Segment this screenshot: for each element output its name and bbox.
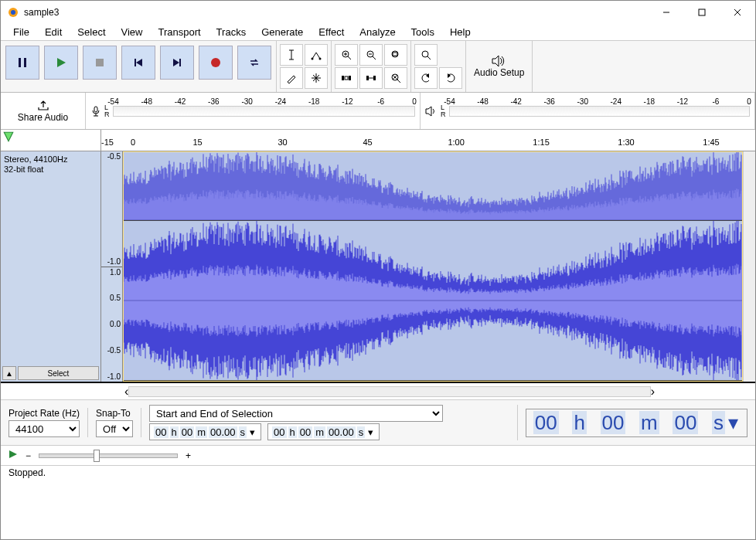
playback-speed-slider[interactable] — [39, 453, 178, 458]
record-button[interactable] — [199, 46, 233, 80]
maximize-button[interactable] — [684, 1, 720, 24]
menu-file[interactable]: File — [5, 25, 37, 39]
share-icon — [37, 100, 49, 110]
multi-tool[interactable] — [305, 67, 328, 89]
horizontal-scrollbar-row: ‹ › — [1, 383, 755, 400]
silence-button[interactable] — [359, 67, 383, 89]
zoom-toggle-button[interactable] — [414, 44, 438, 66]
menu-generate[interactable]: Generate — [254, 25, 311, 39]
stop-button[interactable] — [83, 46, 117, 80]
menu-tools[interactable]: Tools — [404, 25, 442, 39]
speaker-icon — [492, 55, 507, 67]
play-at-speed-button[interactable] — [9, 450, 18, 461]
audio-position-display[interactable]: 00 h 00 m 00 s▾ — [526, 409, 747, 437]
selection-start-time[interactable]: 00 h 00 m 00.00 s▾ — [149, 423, 261, 440]
project-rate-select[interactable]: 44100 — [9, 420, 80, 437]
selection-end-time[interactable]: 00 h 00 m 00.00 s▾ — [267, 423, 380, 440]
selection-toolbar: Project Rate (Hz) 44100 Snap-To Off Star… — [1, 400, 755, 446]
svg-point-43 — [422, 51, 428, 57]
transport-toolbar — [1, 41, 277, 92]
menu-effect[interactable]: Effect — [311, 25, 352, 39]
svg-rect-38 — [373, 76, 376, 80]
speed-minus: − — [26, 450, 31, 461]
waveform-right[interactable] — [124, 221, 742, 381]
svg-rect-34 — [349, 76, 351, 80]
mic-icon — [90, 106, 101, 117]
waveform-left[interactable] — [124, 152, 742, 221]
play-button[interactable] — [44, 46, 78, 80]
menu-help[interactable]: Help — [442, 25, 478, 39]
close-button[interactable] — [720, 1, 755, 24]
vertical-scrollbar[interactable] — [743, 151, 755, 382]
skip-start-button[interactable] — [121, 46, 155, 80]
menu-view[interactable]: View — [114, 25, 151, 39]
toolbar-row: Audio Setup — [1, 41, 755, 93]
speed-plus: + — [186, 450, 191, 461]
track-area: Stereo, 44100Hz 32-bit float ▲ Select -0… — [1, 151, 755, 383]
fit-project-button[interactable] — [384, 67, 407, 89]
svg-rect-48 — [94, 107, 97, 112]
slider-thumb[interactable] — [94, 450, 100, 462]
menu-transport[interactable]: Transport — [150, 25, 208, 39]
track-format: Stereo, 44100Hz — [4, 155, 97, 165]
horizontal-scrollbar[interactable] — [128, 386, 650, 397]
svg-marker-55 — [9, 450, 17, 458]
svg-point-18 — [312, 58, 314, 60]
track-select-button[interactable]: Select — [18, 366, 99, 380]
svg-marker-12 — [173, 59, 179, 66]
menu-analyze[interactable]: Analyze — [352, 25, 403, 39]
selection-mode-select[interactable]: Start and End of Selection — [149, 405, 443, 422]
playback-meter[interactable]: LR -54-48-42-36-30-24-18-12-60 — [421, 93, 755, 129]
track-depth: 32-bit float — [4, 165, 97, 175]
undo-button[interactable] — [414, 67, 438, 89]
track-collapse-button[interactable]: ▲ — [2, 366, 16, 380]
fit-selection-button[interactable] — [384, 44, 407, 66]
trim-button[interactable] — [335, 67, 358, 89]
waveform-display[interactable] — [123, 151, 743, 382]
svg-rect-7 — [24, 58, 26, 67]
svg-line-25 — [348, 56, 351, 59]
svg-rect-35 — [345, 76, 348, 80]
svg-marker-8 — [57, 58, 66, 67]
menu-tracks[interactable]: Tracks — [209, 25, 254, 39]
ruler-scale[interactable]: -1501530451:001:151:301:45 — [101, 130, 755, 151]
track-control-panel[interactable]: Stereo, 44100Hz 32-bit float ▲ Select — [1, 151, 101, 382]
svg-rect-13 — [179, 59, 181, 66]
recording-meter[interactable]: LR -54-48-42-36-30-24-18-12-60 — [86, 93, 421, 129]
window-title: sample3 — [24, 7, 649, 18]
lr-label: LR — [104, 104, 110, 118]
zoom-out-button[interactable] — [359, 44, 383, 66]
selection-tool[interactable] — [280, 44, 303, 66]
draw-tool[interactable] — [280, 67, 303, 89]
timeline-ruler[interactable]: -1501530451:001:151:301:45 — [1, 130, 755, 151]
speaker-icon — [425, 106, 438, 117]
envelope-tool[interactable] — [305, 44, 328, 66]
track-info: Stereo, 44100Hz 32-bit float — [2, 153, 99, 176]
svg-rect-36 — [366, 76, 369, 80]
audio-setup-label: Audio Setup — [474, 67, 524, 78]
lr-label: LR — [441, 104, 446, 118]
svg-rect-6 — [19, 58, 21, 67]
menu-edit[interactable]: Edit — [37, 25, 70, 39]
svg-marker-49 — [426, 107, 431, 116]
share-audio-button[interactable]: Share Audio — [1, 93, 86, 129]
minimize-button[interactable] — [649, 1, 684, 24]
svg-marker-47 — [492, 56, 499, 66]
menu-select[interactable]: Select — [70, 25, 113, 39]
skip-end-button[interactable] — [160, 46, 194, 80]
zoom-in-button[interactable] — [335, 44, 358, 66]
meters-row: Share Audio LR -54-48-42-36-30-24-18-12-… — [1, 93, 755, 130]
playhead-icon[interactable] — [2, 131, 15, 142]
scroll-right-icon[interactable]: › — [651, 385, 655, 399]
loop-button[interactable] — [237, 46, 271, 80]
share-label: Share Audio — [18, 112, 68, 123]
rec-scale[interactable]: -54-48-42-36-30-24-18-12-60 — [113, 106, 416, 117]
audio-setup-button[interactable]: Audio Setup — [466, 41, 533, 92]
pause-button[interactable] — [5, 46, 39, 80]
snap-to-select[interactable]: Off — [96, 420, 133, 437]
svg-rect-9 — [96, 59, 104, 66]
svg-line-40 — [397, 80, 400, 83]
svg-rect-32 — [393, 53, 397, 56]
play-scale[interactable]: -54-48-42-36-30-24-18-12-60 — [449, 106, 751, 117]
redo-button[interactable] — [439, 67, 462, 89]
